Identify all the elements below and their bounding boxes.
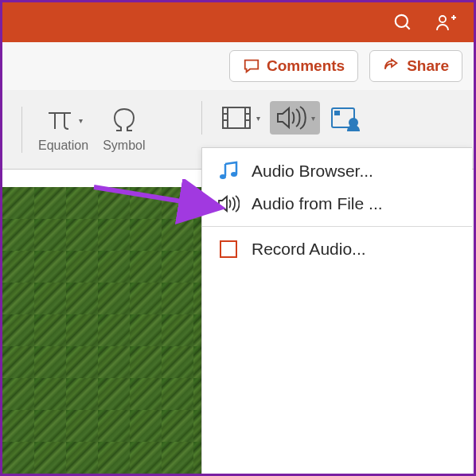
svg-point-2 — [439, 16, 446, 22]
top-actions-strip: Comments Share — [2, 42, 474, 90]
pi-icon — [44, 107, 76, 135]
slide-canvas[interactable] — [2, 187, 201, 476]
menu-record-audio[interactable]: Record Audio... — [202, 233, 472, 265]
equation-button[interactable]: ▾ Equation — [38, 107, 88, 153]
video-icon — [220, 104, 253, 131]
svg-rect-4 — [223, 107, 228, 128]
cameo-icon — [330, 104, 363, 131]
chevron-down-icon: ▾ — [256, 114, 260, 123]
audio-dropdown: Audio Browser... Audio from File ... Rec… — [201, 147, 472, 476]
symbol-button[interactable]: Symbol — [103, 107, 145, 153]
svg-point-0 — [396, 15, 408, 27]
record-icon — [217, 240, 240, 258]
equation-label: Equation — [38, 139, 88, 153]
share-button[interactable]: Share — [369, 50, 462, 82]
comment-icon — [243, 57, 260, 75]
music-notes-icon — [217, 161, 240, 181]
symbols-group: ▾ Equation Symbol — [21, 107, 162, 153]
audio-button[interactable]: ▾ — [270, 101, 320, 135]
svg-point-14 — [231, 172, 237, 177]
comments-button[interactable]: Comments — [229, 50, 358, 82]
chevron-down-icon: ▾ — [311, 114, 315, 123]
menu-label: Audio from File ... — [252, 194, 383, 213]
media-group: ▾ ▾ — [201, 101, 368, 135]
speaker-icon — [275, 104, 308, 131]
svg-line-1 — [406, 25, 410, 29]
svg-rect-5 — [245, 107, 250, 128]
video-button[interactable]: ▾ — [215, 101, 265, 135]
svg-rect-11 — [334, 111, 340, 115]
menu-label: Record Audio... — [252, 240, 366, 259]
symbol-label: Symbol — [103, 139, 145, 153]
omega-icon — [108, 107, 140, 135]
chevron-down-icon: ▾ — [79, 116, 83, 125]
share-label: Share — [407, 57, 449, 75]
menu-audio-browser[interactable]: Audio Browser... — [202, 154, 472, 188]
menu-label: Audio Browser... — [252, 162, 373, 181]
cameo-button[interactable] — [325, 101, 368, 135]
app-titlebar — [2, 2, 474, 42]
search-icon[interactable] — [392, 12, 413, 33]
share-arrow-icon — [383, 57, 400, 75]
comments-label: Comments — [267, 57, 345, 75]
people-share-icon[interactable] — [435, 11, 459, 33]
speaker-icon — [217, 194, 240, 213]
menu-audio-from-file[interactable]: Audio from File ... — [202, 188, 472, 220]
